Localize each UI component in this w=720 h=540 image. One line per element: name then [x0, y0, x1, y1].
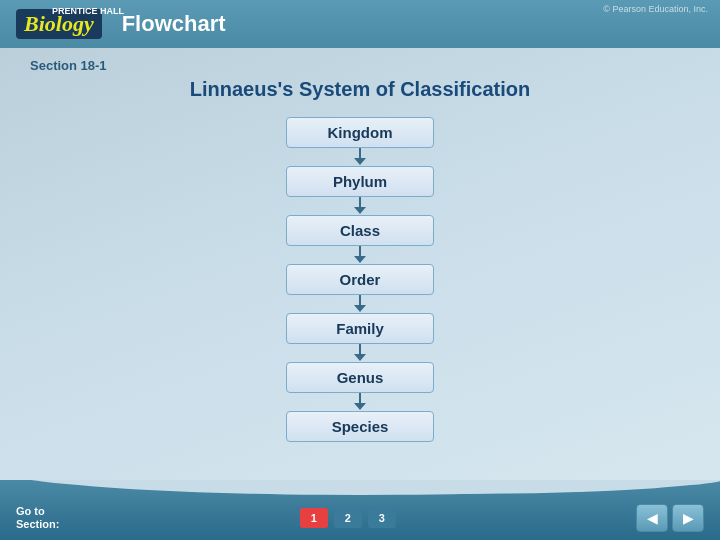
prev-button[interactable]: ◀ — [636, 504, 668, 532]
family-label: Family — [336, 320, 384, 337]
class-label: Class — [340, 222, 380, 239]
arrow-line — [359, 197, 361, 207]
arrow-head — [354, 354, 366, 361]
go-to-section: Go to Section: — [16, 505, 59, 531]
phylum-label: Phylum — [333, 173, 387, 190]
page-3[interactable]: 3 — [368, 508, 396, 528]
logo-area: Biology PRENTICE HALL — [16, 9, 102, 39]
arrow-line — [359, 246, 361, 256]
page-2-label: 2 — [345, 512, 351, 524]
flow-box-genus: Genus — [286, 362, 434, 393]
section-label: Section 18-1 — [30, 58, 107, 73]
arrow-line — [359, 295, 361, 305]
arrow-head — [354, 158, 366, 165]
arrow-2 — [354, 197, 366, 215]
arrow-5 — [354, 344, 366, 362]
order-label: Order — [340, 271, 381, 288]
flow-box-family: Family — [286, 313, 434, 344]
main-content: Linnaeus's System of Classification King… — [0, 48, 720, 480]
section-nav-label: Section: — [16, 518, 59, 531]
flow-box-class: Class — [286, 215, 434, 246]
page-2[interactable]: 2 — [334, 508, 362, 528]
arrow-4 — [354, 295, 366, 313]
bottom-wave: Go to Section: 1 2 3 ◀ ▶ — [0, 480, 720, 540]
next-button[interactable]: ▶ — [672, 504, 704, 532]
species-label: Species — [332, 418, 389, 435]
flow-box-phylum: Phylum — [286, 166, 434, 197]
arrow-line — [359, 148, 361, 158]
arrow-head — [354, 305, 366, 312]
ph-logo-text: PRENTICE HALL — [52, 6, 124, 16]
kingdom-label: Kingdom — [328, 124, 393, 141]
arrow-6 — [354, 393, 366, 411]
arrow-3 — [354, 246, 366, 264]
arrow-head — [354, 403, 366, 410]
arrow-1 — [354, 148, 366, 166]
bottom-nav: Go to Section: 1 2 3 ◀ ▶ — [16, 504, 704, 532]
top-bar: Biology PRENTICE HALL Flowchart © Pearso… — [0, 0, 720, 48]
page-1[interactable]: 1 — [300, 508, 328, 528]
arrow-line — [359, 344, 361, 354]
arrow-line — [359, 393, 361, 403]
genus-label: Genus — [337, 369, 384, 386]
arrow-head — [354, 256, 366, 263]
flow-box-order: Order — [286, 264, 434, 295]
classification-title: Linnaeus's System of Classification — [190, 78, 530, 101]
page-title: Flowchart — [122, 11, 226, 37]
go-to-label: Go to — [16, 505, 59, 518]
flow-box-species: Species — [286, 411, 434, 442]
page-numbers: 1 2 3 — [300, 508, 396, 528]
page-3-label: 3 — [379, 512, 385, 524]
pearson-badge: © Pearson Education, Inc. — [603, 4, 708, 14]
page-1-label: 1 — [311, 512, 317, 524]
flow-box-kingdom: Kingdom — [286, 117, 434, 148]
nav-arrows: ◀ ▶ — [636, 504, 704, 532]
flowchart: Kingdom Phylum Class Order Family — [286, 117, 434, 442]
arrow-head — [354, 207, 366, 214]
